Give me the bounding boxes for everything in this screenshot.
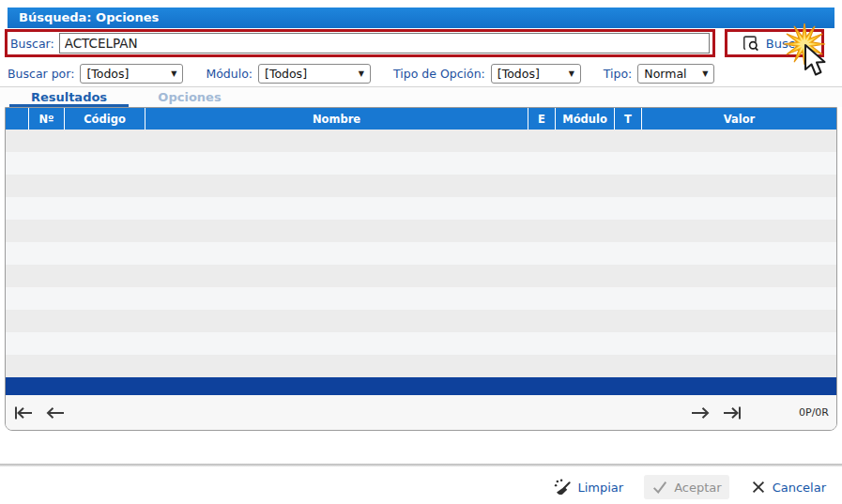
modulo-label: Módulo: — [206, 67, 253, 81]
column-header-t[interactable]: T — [614, 108, 641, 130]
table-row[interactable] — [6, 355, 836, 377]
first-page-icon[interactable] — [13, 405, 34, 420]
check-icon — [651, 479, 668, 496]
tipo-opcion-value: [Todos] — [498, 67, 540, 81]
previous-page-icon[interactable] — [45, 405, 66, 420]
limpiar-button[interactable]: Limpiar — [546, 475, 631, 500]
dialog-title: Búsqueda: Opciones — [8, 8, 834, 28]
tab-resultados[interactable]: Resultados — [9, 87, 129, 108]
chevron-down-icon: ▼ — [569, 69, 574, 78]
broom-icon — [554, 479, 572, 496]
pagination-bar: 0P/0R — [6, 395, 836, 430]
footer-divider — [0, 464, 842, 466]
filter-row: Buscar por: [Todos] ▼ Módulo: [Todos] ▼ … — [8, 62, 834, 84]
table-row[interactable] — [6, 220, 836, 242]
column-header-e[interactable]: E — [528, 108, 555, 130]
selected-row-bar — [6, 377, 836, 395]
search-input[interactable] — [59, 33, 710, 53]
tipo-opcion-dropdown[interactable]: [Todos] ▼ — [491, 64, 581, 84]
table-body — [6, 130, 836, 377]
last-page-icon[interactable] — [722, 405, 742, 420]
search-label: Buscar: — [10, 37, 54, 51]
results-table: Nº Código Nombre E Módulo T Valor 0P/0R — [5, 107, 837, 431]
aceptar-button[interactable]: Aceptar — [644, 475, 728, 499]
tab-opciones[interactable]: Opciones — [138, 87, 241, 108]
limpiar-label: Limpiar — [577, 481, 623, 495]
table-row[interactable] — [6, 175, 836, 197]
tipo-value: Normal — [644, 67, 686, 81]
chevron-down-icon: ▼ — [171, 69, 176, 78]
table-row[interactable] — [6, 287, 836, 310]
search-row: Buscar: — [5, 29, 715, 57]
cancelar-label: Cancelar — [773, 481, 826, 495]
aceptar-label: Aceptar — [674, 481, 721, 495]
tipo-opcion-label: Tipo de Opción: — [393, 67, 485, 81]
tipo-dropdown[interactable]: Normal ▼ — [637, 64, 714, 84]
next-page-icon[interactable] — [690, 405, 711, 420]
modulo-value: [Todos] — [265, 67, 307, 81]
table-row[interactable] — [6, 332, 836, 355]
tab-bar: Resultados Opciones — [0, 86, 842, 107]
table-header-row: Nº Código Nombre E Módulo T Valor — [6, 108, 836, 130]
column-header-numero[interactable]: Nº — [28, 108, 64, 130]
buscar-button[interactable]: Buscar — [725, 29, 824, 57]
table-row[interactable] — [6, 242, 836, 265]
close-x-icon — [750, 479, 767, 496]
table-row[interactable] — [6, 310, 836, 332]
chevron-down-icon: ▼ — [359, 69, 364, 78]
search-document-icon — [742, 34, 760, 53]
column-header-modulo[interactable]: Módulo — [555, 108, 614, 130]
table-row[interactable] — [6, 265, 836, 287]
column-header-codigo[interactable]: Código — [64, 108, 145, 130]
buscar-por-label: Buscar por: — [8, 67, 74, 81]
column-header-nombre[interactable]: Nombre — [145, 108, 528, 130]
buscar-button-label: Buscar — [766, 37, 807, 51]
buscar-por-dropdown[interactable]: [Todos] ▼ — [80, 64, 183, 84]
buscar-por-value: [Todos] — [86, 67, 129, 81]
chevron-down-icon: ▼ — [702, 69, 708, 78]
table-row[interactable] — [6, 130, 836, 152]
tipo-label: Tipo: — [604, 67, 633, 81]
table-row[interactable] — [6, 197, 836, 220]
footer-button-bar: Limpiar Aceptar Cancelar — [546, 473, 834, 501]
record-counter: 0P/0R — [742, 406, 829, 419]
column-header-select[interactable] — [6, 108, 28, 130]
column-header-valor[interactable]: Valor — [641, 108, 836, 130]
table-row[interactable] — [6, 152, 836, 175]
modulo-dropdown[interactable]: [Todos] ▼ — [258, 64, 371, 84]
cancelar-button[interactable]: Cancelar — [742, 475, 834, 499]
